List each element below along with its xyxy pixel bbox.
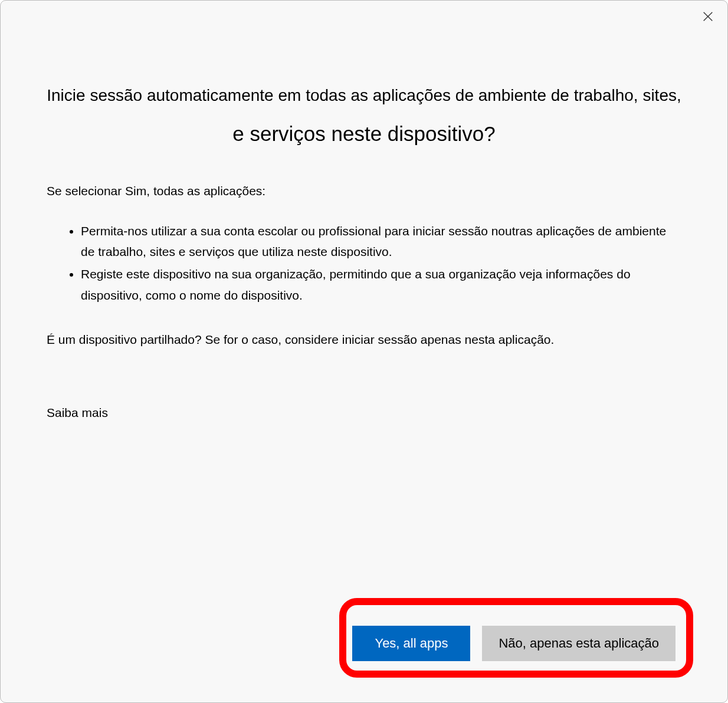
bullet-list: Permita-nos utilizar a sua conta escolar… (47, 221, 681, 306)
dialog-footer: Yes, all apps Não, apenas esta aplicação (352, 626, 675, 661)
shared-device-text: É um dispositivo partilhado? Se for o ca… (47, 333, 681, 347)
intro-text: Se selecionar Sim, todas as aplicações: (47, 184, 681, 198)
no-this-app-button[interactable]: Não, apenas esta aplicação (482, 626, 675, 661)
yes-all-apps-button[interactable]: Yes, all apps (352, 626, 470, 661)
close-button[interactable] (699, 8, 717, 25)
list-item: Permita-nos utilizar a sua conta escolar… (81, 221, 681, 262)
close-icon (701, 10, 714, 23)
learn-more-link[interactable]: Saiba mais (47, 406, 108, 420)
title-line2: e serviços neste dispositivo? (47, 119, 681, 150)
signin-dialog: Inicie sessão automaticamente em todas a… (0, 0, 728, 703)
dialog-title: Inicie sessão automaticamente em todas a… (47, 83, 681, 150)
title-line1: Inicie sessão automaticamente em todas a… (47, 86, 681, 104)
dialog-content: Inicie sessão automaticamente em todas a… (1, 1, 727, 420)
list-item: Registe este dispositivo na sua organiza… (81, 264, 681, 305)
